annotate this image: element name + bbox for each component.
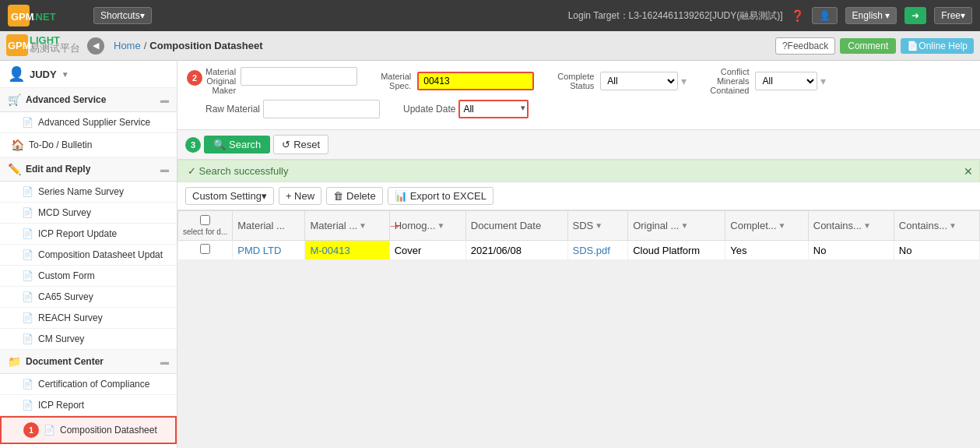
sidebar-item-cm-survey[interactable]: 📄 CM Survey [0,329,177,350]
complete-status-select[interactable]: All Yes No [600,72,678,90]
select-all-checkbox[interactable] [200,215,210,225]
breadcrumb-current: Composition Datasheet [149,40,262,51]
sidebar-item-certification-of-compliance[interactable]: 📄 Certification of Compliance [0,374,177,395]
sidebar-item-icp-report[interactable]: 📄 ICP Report [0,395,177,416]
step2-badge: 2 [187,70,202,86]
doc-icon: 📄 [44,425,55,436]
raw-material-input[interactable] [263,100,380,118]
conflict-minerals-dropdown-icon[interactable]: ▾ [820,75,826,87]
doc-icon: 📄 [22,186,33,197]
reset-button[interactable]: ↺ Reset [273,135,328,154]
sidebar-item-label: REACH Survey [38,312,103,323]
sidebar-item-composition-datasheet[interactable]: 1 📄 Composition Datasheet [0,416,177,444]
sidebar-item-reach-survey[interactable]: 📄 REACH Survey [0,308,177,329]
row-homog-cell: Cover [389,241,465,260]
doc-icon: 📄 [22,400,33,411]
doc-icon: 📄 [22,249,33,260]
doc-icon: 📄 [22,333,33,344]
export-excel-button[interactable]: 📊 Export to EXCEL [388,187,494,205]
sds-link[interactable]: SDS.pdf [573,245,610,256]
th-contains1: Contains... ▼ [808,211,894,241]
homog-value: Cover [395,245,422,256]
doc-icon: 📄 [22,207,33,218]
th-doc-date-label: Document Date [471,220,541,231]
th-contains2: Contains... ▼ [894,211,979,241]
reset-icon: ↺ [282,139,290,150]
th-material: Material ... [233,211,305,241]
update-date-select[interactable]: All Today This Week This Month [458,100,529,118]
svg-text:.NET: .NET [33,11,56,23]
th-select-label: select for d... [183,228,227,236]
th-contains1-filter[interactable]: ▼ [863,221,871,230]
delete-icon: 🗑 [333,190,343,202]
breadcrumb-separator: / [144,40,147,51]
complete-status-label-2: Status [570,81,594,90]
sidebar-item-edit-and-reply[interactable]: ✏️ Edit and Reply ▬ [0,157,177,182]
th-material-spec: Material ... → ▼ [305,211,389,241]
comment-button[interactable]: Comment [840,38,896,54]
sidebar-item-label: CA65 Survey [38,291,93,302]
sidebar-item-label: Certification of Compliance [38,379,149,390]
conflict-label-2: Minerals [717,76,750,86]
sidebar-item-ca65-survey[interactable]: 📄 CA65 Survey [0,287,177,308]
complete-status-dropdown-icon[interactable]: ▾ [681,75,687,87]
new-button[interactable]: + New [279,187,321,205]
shortcuts-button[interactable]: Shortcuts▾ [93,7,152,24]
free-button[interactable]: Free▾ [934,7,972,24]
row-checkbox[interactable] [200,244,210,254]
doc-icon: 📄 [22,117,33,128]
th-complet-filter[interactable]: ▼ [778,221,786,230]
conflict-label-1: Conflict [721,67,750,76]
th-contains2-label: Contains... [899,220,947,231]
doc-icon: 📄 [22,312,33,323]
arrow-button[interactable]: ➜ [904,7,926,24]
sidebar-item-mcd-survey[interactable]: 📄 MCD Survey [0,203,177,224]
material-original-maker-input[interactable] [241,67,357,86]
online-help-button[interactable]: 📄Online Help [901,38,974,54]
sidebar-item-series-name-survey[interactable]: 📄 Series Name Survey [0,182,177,203]
update-date-group: Update Date All Today This Week This Mon… [403,100,529,118]
sidebar-item-documents[interactable]: 📄 Documents [0,444,177,448]
back-button[interactable]: ◀ [87,37,104,55]
profile-button[interactable]: 👤 [812,7,838,24]
material-link[interactable]: PMD LTD [237,245,281,256]
sidebar-item-label: Series Name Survey [38,186,124,197]
sidebar-item-advanced-service[interactable]: 🛒 Advanced Service ▬ [0,88,177,112]
sidebar-item-label: Advanced Supplier Service [38,117,150,128]
success-text: ✓ Search successfully [188,165,289,177]
th-sds-filter[interactable]: ▼ [595,221,602,230]
login-info: Login Target：L3-1624461139262[JUDY(融易測試)… [568,9,783,23]
sidebar-item-icp-report-update[interactable]: 📄 ICP Report Update [0,224,177,245]
material-spec-input[interactable] [417,72,534,90]
main-layout: 👤 JUDY ▼ 🛒 Advanced Service ▬ 📄 Advanced… [0,61,980,448]
original-label: Original [206,76,236,86]
search-button[interactable]: 🔍 Search [204,136,270,153]
contains2-value: No [899,245,912,256]
conflict-minerals-select[interactable]: All Yes No [755,72,817,90]
delete-button[interactable]: 🗑 Delete [326,187,383,205]
doc-icon: 📄 [22,228,33,239]
language-button[interactable]: English ▾ [845,7,897,24]
cart-icon: 🛒 [8,93,21,106]
breadcrumb-home[interactable]: Home [114,40,141,51]
th-original-filter[interactable]: ▼ [680,221,688,230]
custom-setting-button[interactable]: Custom Setting▾ [185,187,274,205]
original-value: Cloud Platform [633,245,700,256]
row-complet-cell: Yes [725,241,808,260]
close-button[interactable]: ✕ [964,165,973,178]
sidebar-item-custom-form[interactable]: 📄 Custom Form [0,266,177,287]
sidebar-item-todo-bulletin[interactable]: 🏠 To-Do / Bulletin [0,133,177,157]
th-homog-filter[interactable]: ▼ [437,221,444,230]
sidebar-item-advanced-supplier-service[interactable]: 📄 Advanced Supplier Service [0,112,177,133]
folder-icon: 📁 [8,355,21,368]
row-material-cell: PMD LTD [233,241,305,260]
th-material-spec-filter[interactable]: ▼ [359,221,367,230]
sidebar-item-document-center[interactable]: 📁 Document Center ▬ [0,350,177,374]
question-icon[interactable]: ❓ [791,9,804,22]
th-contains2-filter[interactable]: ▼ [949,221,957,230]
material-spec-link[interactable]: M-00413 [310,245,349,256]
search-toolbar: 3 🔍 Search ↺ Reset [177,130,980,160]
feedback-button[interactable]: ?Feedback [775,37,835,55]
sidebar-item-composition-datasheet-update[interactable]: 📄 Composition Datasheet Updat [0,245,177,266]
raw-material-label: Raw Material [205,104,260,115]
